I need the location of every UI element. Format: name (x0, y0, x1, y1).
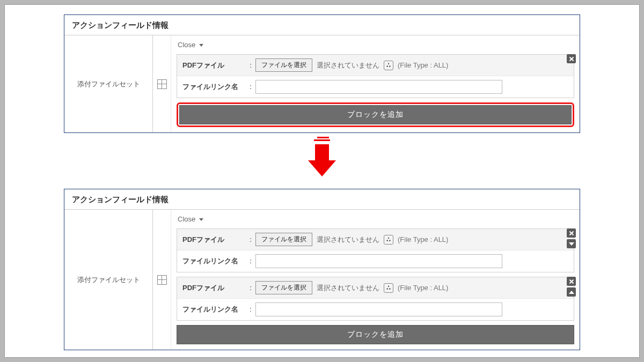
file-type-text: (File Type : ALL) (398, 61, 448, 69)
pdf-file-label: PDFファイル (182, 235, 241, 245)
move-up-button[interactable] (567, 287, 576, 297)
choose-file-button[interactable]: ファイルを選択 (255, 58, 312, 72)
pdf-file-label: PDFファイル (182, 283, 241, 293)
close-label: Close (178, 41, 195, 49)
pdf-file-row: PDFファイル ： ファイルを選択 選択されていません (File Type :… (177, 277, 574, 298)
file-link-input[interactable] (255, 254, 502, 268)
grid-icon[interactable] (157, 79, 167, 89)
panel-title: アクションフィールド情報 (64, 15, 580, 35)
collapse-toggle[interactable]: Close (177, 214, 574, 225)
caret-down-icon (199, 44, 203, 47)
drag-handle-column (153, 35, 171, 132)
file-link-input[interactable] (255, 302, 502, 316)
remove-block-button[interactable] (567, 277, 576, 286)
file-block: PDFファイル ： ファイルを選択 選択されていません (File Type :… (177, 228, 574, 272)
add-block-button[interactable]: ブロックを追加 (179, 105, 572, 124)
file-type-text: (File Type : ALL) (398, 284, 448, 292)
colon: ： (247, 305, 250, 314)
grid-icon[interactable] (157, 275, 167, 285)
choose-file-button[interactable]: ファイルを選択 (255, 281, 312, 294)
trash-icon[interactable] (384, 235, 393, 245)
action-field-panel-after: アクションフィールド情報 添付ファイルセット Close (64, 189, 580, 350)
colon: ： (247, 82, 250, 92)
trash-icon[interactable] (384, 61, 393, 70)
add-block-button[interactable]: ブロックを追加 (177, 325, 574, 344)
collapse-toggle[interactable]: Close (177, 40, 574, 51)
file-link-row: ファイルリンク名 ： (177, 76, 574, 98)
panel-title: アクションフィールド情報 (64, 189, 580, 209)
attachment-set-label: 添付ファイルセット (64, 210, 153, 350)
attachment-set-label: 添付ファイルセット (64, 35, 153, 132)
file-link-label: ファイルリンク名 (182, 82, 241, 92)
file-block: PDFファイル ： ファイルを選択 選択されていません (File Type :… (177, 54, 574, 98)
remove-block-button[interactable] (567, 54, 576, 63)
choose-file-button[interactable]: ファイルを選択 (255, 233, 312, 246)
file-link-row: ファイルリンク名 ： (177, 298, 574, 320)
pdf-file-label: PDFファイル (182, 61, 241, 70)
pdf-file-row: PDFファイル ： ファイルを選択 選択されていません (File Type :… (177, 55, 574, 76)
colon: ： (247, 235, 250, 245)
trash-icon[interactable] (384, 283, 393, 293)
highlight-box: ブロックを追加 (177, 102, 574, 127)
close-label: Close (178, 215, 195, 223)
no-file-text: 選択されていません (317, 61, 379, 70)
action-field-panel-before: アクションフィールド情報 添付ファイルセット Close (64, 14, 580, 133)
no-file-text: 選択されていません (317, 235, 379, 245)
colon: ： (247, 61, 250, 70)
caret-down-icon (199, 218, 203, 221)
colon: ： (247, 283, 250, 293)
drag-handle-column (153, 210, 171, 350)
no-file-text: 選択されていません (317, 283, 379, 293)
file-link-label: ファイルリンク名 (182, 305, 241, 314)
file-type-text: (File Type : ALL) (398, 235, 448, 243)
file-link-label: ファイルリンク名 (182, 256, 241, 266)
colon: ： (247, 256, 250, 266)
remove-block-button[interactable] (567, 228, 576, 238)
file-link-row: ファイルリンク名 ： (177, 250, 574, 272)
file-link-input[interactable] (255, 80, 502, 94)
step-arrow (64, 139, 580, 182)
file-block: PDFファイル ： ファイルを選択 選択されていません (File Type :… (177, 277, 574, 321)
move-down-button[interactable] (567, 239, 576, 248)
pdf-file-row: PDFファイル ： ファイルを選択 選択されていません (File Type :… (177, 229, 574, 250)
